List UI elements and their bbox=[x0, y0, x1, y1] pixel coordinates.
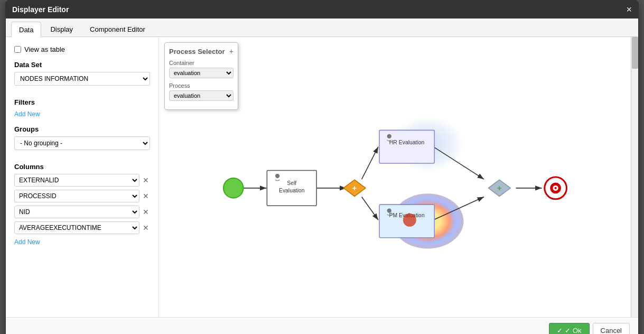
process-label: Process bbox=[169, 82, 234, 89]
column-row-4: EXTERNALID PROCESSIDNIDAVERAGEEXECUTIONT… bbox=[14, 221, 150, 234]
process-select[interactable]: evaluation bbox=[169, 90, 234, 101]
svg-point-10 bbox=[223, 178, 244, 198]
filters-section: Filters Add New bbox=[14, 98, 150, 118]
ok-label: ✓ Ok bbox=[565, 327, 581, 334]
dataset-select[interactable]: NODES INFORMATION PROCESS INFORMATION bbox=[14, 72, 150, 86]
dialog-footer: ✓ ✓ Ok Cancel bbox=[6, 317, 638, 334]
ok-checkmark: ✓ bbox=[557, 327, 563, 334]
remove-column-3-button[interactable]: ✕ bbox=[142, 207, 150, 217]
view-as-table-checkbox[interactable] bbox=[14, 46, 21, 53]
remove-column-1-button[interactable]: ✕ bbox=[142, 175, 150, 185]
svg-text:+: + bbox=[352, 184, 357, 192]
svg-line-6 bbox=[362, 197, 378, 220]
svg-point-19 bbox=[387, 134, 391, 138]
remove-column-4-button[interactable]: ✕ bbox=[142, 223, 150, 233]
process-selector-add-button[interactable]: + bbox=[229, 47, 234, 55]
view-as-table-row: View as table bbox=[14, 45, 150, 53]
column-select-3[interactable]: EXTERNALID PROCESSIDNIDAVERAGEEXECUTIONT… bbox=[14, 206, 139, 218]
remove-column-2-button[interactable]: ✕ bbox=[142, 191, 150, 201]
column-select-1[interactable]: EXTERNALID PROCESSIDNIDAVERAGEEXECUTIONT… bbox=[14, 174, 139, 187]
dialog-title: Displayer Editor bbox=[12, 5, 69, 14]
scrollbar-thumb[interactable] bbox=[632, 37, 638, 69]
column-select-4[interactable]: EXTERNALID PROCESSIDNIDAVERAGEEXECUTIONT… bbox=[14, 221, 139, 234]
columns-label: Columns bbox=[14, 163, 150, 171]
process-selector-header: Process Selector + bbox=[169, 47, 234, 55]
svg-point-29 bbox=[555, 187, 557, 189]
svg-point-23 bbox=[403, 214, 416, 227]
svg-text:HR Evaluation: HR Evaluation bbox=[389, 140, 425, 145]
ok-button[interactable]: ✓ ✓ Ok bbox=[549, 323, 589, 334]
column-row-2: EXTERNALID PROCESSIDNIDAVERAGEEXECUTIONT… bbox=[14, 190, 150, 202]
right-panel: Process Selector + Container evaluation … bbox=[159, 37, 638, 317]
column-row-3: EXTERNALID PROCESSIDNIDAVERAGEEXECUTIONT… bbox=[14, 206, 150, 218]
left-panel: View as table Data Set NODES INFORMATION… bbox=[6, 37, 159, 317]
dialog-tabs: Data Display Component Editor bbox=[6, 18, 638, 37]
process-selector-title: Process Selector bbox=[169, 48, 225, 55]
svg-text:Evaluation: Evaluation bbox=[279, 188, 305, 193]
svg-text:Self: Self bbox=[287, 180, 296, 186]
groups-section: Groups - No grouping - By Process By Con… bbox=[14, 125, 150, 155]
tab-component-editor[interactable]: Component Editor bbox=[82, 22, 153, 36]
columns-section: Columns EXTERNALID PROCESSIDNIDAVERAGEEX… bbox=[14, 163, 150, 246]
dialog-titlebar: Displayer Editor × bbox=[6, 1, 638, 18]
svg-point-14 bbox=[275, 174, 279, 178]
scrollbar-track[interactable] bbox=[631, 37, 638, 317]
container-select[interactable]: evaluation bbox=[169, 68, 234, 78]
tab-display[interactable]: Display bbox=[42, 22, 81, 36]
column-row-1: EXTERNALID PROCESSIDNIDAVERAGEEXECUTIONT… bbox=[14, 174, 150, 187]
svg-text:+: + bbox=[497, 184, 502, 192]
cancel-button[interactable]: Cancel bbox=[593, 323, 630, 334]
process-selector-popup: Process Selector + Container evaluation … bbox=[164, 42, 238, 110]
tab-data[interactable]: Data bbox=[11, 22, 41, 37]
displayer-editor-dialog: Displayer Editor × Data Display Componen… bbox=[5, 0, 639, 334]
column-select-2[interactable]: EXTERNALID PROCESSIDNIDAVERAGEEXECUTIONT… bbox=[14, 190, 139, 202]
dataset-label: Data Set bbox=[14, 61, 150, 69]
view-as-table-label: View as table bbox=[24, 45, 65, 53]
svg-line-5 bbox=[362, 147, 378, 180]
filters-label: Filters bbox=[14, 98, 150, 106]
dialog-body: View as table Data Set NODES INFORMATION… bbox=[6, 37, 638, 317]
dataset-section: Data Set NODES INFORMATION PROCESS INFOR… bbox=[14, 61, 150, 91]
svg-point-22 bbox=[387, 208, 391, 212]
add-column-link[interactable]: Add New bbox=[14, 238, 40, 246]
add-filter-link[interactable]: Add New bbox=[14, 110, 40, 118]
dialog-close-button[interactable]: × bbox=[626, 5, 632, 14]
groups-label: Groups bbox=[14, 125, 150, 133]
groups-select[interactable]: - No grouping - By Process By Container bbox=[14, 136, 150, 150]
container-label: Container bbox=[169, 60, 234, 66]
